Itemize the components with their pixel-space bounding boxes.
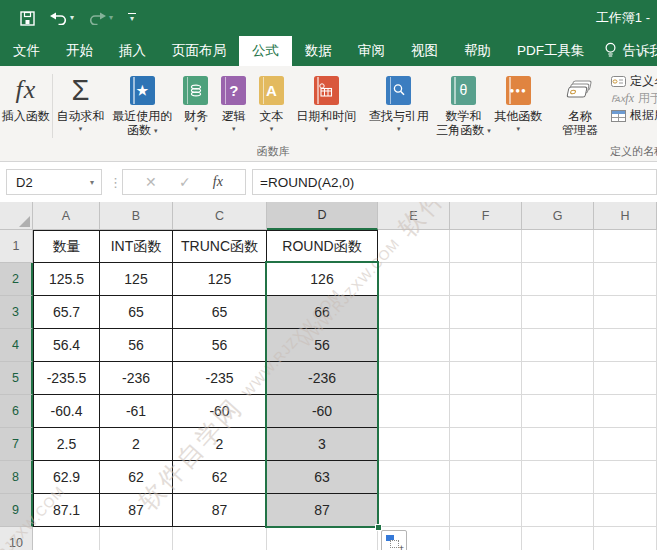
cell-G1[interactable] [522,230,594,263]
cell-H7[interactable] [594,428,657,461]
cell-C4[interactable]: 56 [173,329,267,362]
col-header-C[interactable]: C [173,202,267,230]
financial-button[interactable]: 财务 ▾ [177,69,215,132]
recent-functions-button[interactable]: ★ 最近使用的 函数▾ [107,69,177,137]
cell-E5[interactable] [378,362,450,395]
cell-D9[interactable]: 87 [267,494,378,527]
cell-G2[interactable] [522,263,594,296]
cell-H3[interactable] [594,296,657,329]
cell-E2[interactable] [378,263,450,296]
col-header-B[interactable]: B [100,202,173,230]
cell-F7[interactable] [450,428,522,461]
cell-G10[interactable] [522,527,594,550]
tab-view[interactable]: 视图 [398,36,451,66]
logical-button[interactable]: ? 逻辑 ▾ [215,69,253,132]
row-header-4[interactable]: 4 [0,329,33,362]
tab-home[interactable]: 开始 [53,36,106,66]
cell-C8[interactable]: 62 [173,461,267,494]
col-header-F[interactable]: F [450,202,522,230]
tab-formulas[interactable]: 公式 [239,36,292,66]
cell-H1[interactable] [594,230,657,263]
cell-C6[interactable]: -60 [173,395,267,428]
cell-B1[interactable]: INT函数 [100,230,173,263]
cell-G4[interactable] [522,329,594,362]
tab-page-layout[interactable]: 页面布局 [159,36,239,66]
cell-G5[interactable] [522,362,594,395]
row-header-2[interactable]: 2 [0,263,33,296]
row-header-9[interactable]: 9 [0,494,33,527]
cell-C7[interactable]: 2 [173,428,267,461]
cell-E3[interactable] [378,296,450,329]
cell-G8[interactable] [522,461,594,494]
create-from-selection-button[interactable]: 根据所选内容创建 [611,107,657,124]
cell-D6[interactable]: -60 [267,395,378,428]
cell-D5[interactable]: -236 [267,362,378,395]
tab-help[interactable]: 帮助 [451,36,504,66]
cell-A9[interactable]: 87.1 [33,494,100,527]
cell-G6[interactable] [522,395,594,428]
cell-B2[interactable]: 125 [100,263,173,296]
tab-insert[interactable]: 插入 [106,36,159,66]
cell-D1[interactable]: ROUND函数 [267,230,378,263]
row-header-1[interactable]: 1 [0,230,33,263]
more-functions-button[interactable]: ●●● 其他函数 ▾ [491,69,545,132]
use-in-formula-button[interactable]: ℻fx 用于公式 [611,90,657,107]
cell-G7[interactable] [522,428,594,461]
customize-qat-button[interactable]: ▾ [128,13,136,24]
row-header-8[interactable]: 8 [0,461,33,494]
cell-E7[interactable] [378,428,450,461]
cell-A4[interactable]: 56.4 [33,329,100,362]
cell-D2[interactable]: 126 [267,263,378,296]
date-time-button[interactable]: 日期和时间 ▾ [290,69,362,132]
cell-C5[interactable]: -235 [173,362,267,395]
row-header-3[interactable]: 3 [0,296,33,329]
cell-A1[interactable]: 数量 [33,230,100,263]
cell-D3[interactable]: 66 [267,296,378,329]
cell-A2[interactable]: 125.5 [33,263,100,296]
text-button[interactable]: A 文本 ▾ [253,69,291,132]
col-header-G[interactable]: G [522,202,594,230]
cell-H9[interactable] [594,494,657,527]
cell-E9[interactable] [378,494,450,527]
enter-icon[interactable]: ✓ [179,174,191,190]
auto-fill-options-button[interactable]: + [381,530,407,550]
undo-button[interactable]: ▾ [50,11,74,25]
cell-H10[interactable] [594,527,657,550]
cell-B7[interactable]: 2 [100,428,173,461]
cell-C1[interactable]: TRUNC函数 [173,230,267,263]
cell-H2[interactable] [594,263,657,296]
name-box-dropdown-icon[interactable]: ▾ [90,178,101,187]
cell-F5[interactable] [450,362,522,395]
col-header-H[interactable]: H [594,202,657,230]
tab-pdf-tools[interactable]: PDF工具集 [504,36,598,66]
redo-button[interactable]: ▾ [89,11,113,25]
insert-function-fx-icon[interactable]: fx [213,174,223,190]
cell-F4[interactable] [450,329,522,362]
undo-dropdown-icon[interactable]: ▾ [70,14,74,22]
cell-G3[interactable] [522,296,594,329]
col-header-D[interactable]: D [267,202,378,230]
cell-E1[interactable] [378,230,450,263]
cancel-icon[interactable]: ✕ [145,174,157,190]
cell-A7[interactable]: 2.5 [33,428,100,461]
cell-E8[interactable] [378,461,450,494]
cell-B6[interactable]: -61 [100,395,173,428]
row-header-7[interactable]: 7 [0,428,33,461]
cell-F9[interactable] [450,494,522,527]
cell-A8[interactable]: 62.9 [33,461,100,494]
cell-C2[interactable]: 125 [173,263,267,296]
cell-D8[interactable]: 63 [267,461,378,494]
math-trig-button[interactable]: θ 数学和 三角函数▾ [436,69,492,137]
cell-A10[interactable] [33,527,100,550]
define-name-button[interactable]: 定义名称 [611,73,657,90]
cell-C3[interactable]: 65 [173,296,267,329]
insert-function-button[interactable]: fx 插入函数 [1,69,51,123]
tab-data[interactable]: 数据 [292,36,345,66]
name-manager-button[interactable]: 名称 管理器 [549,69,611,137]
select-all-corner[interactable] [0,202,33,230]
cell-F2[interactable] [450,263,522,296]
cell-F6[interactable] [450,395,522,428]
cell-F3[interactable] [450,296,522,329]
cell-F1[interactable] [450,230,522,263]
row-header-10[interactable]: 10 [0,527,33,550]
